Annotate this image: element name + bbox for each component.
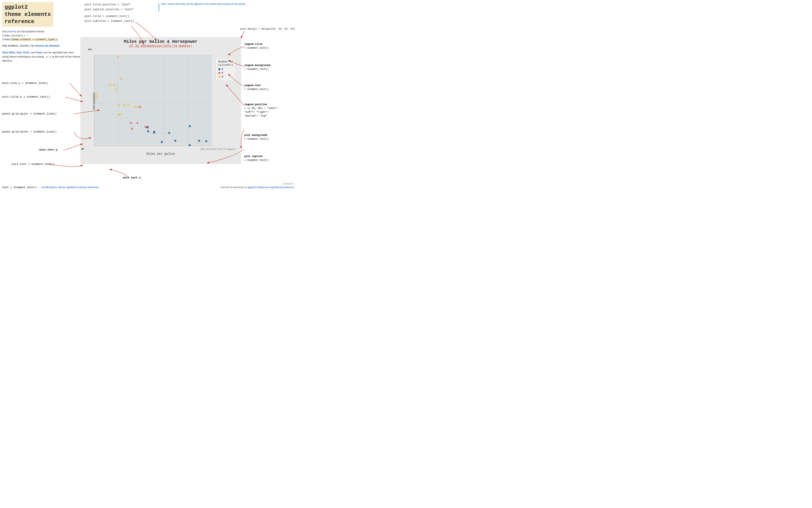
- legend-dot-4: [218, 68, 221, 70]
- panel-grid-major-annotation: panel.grid.major = element_line(): [2, 112, 56, 115]
- chart-caption: Data: 1974 Motor Trend US magazine: [200, 148, 236, 150]
- scatter-dot: [115, 88, 117, 91]
- scatter-dot: [198, 140, 200, 142]
- scatter-dot: [127, 104, 130, 106]
- scatter-dot: [136, 106, 139, 108]
- scatter-dot: [117, 104, 120, 106]
- top-code-block: plot.title.position = "plot" plot.captio…: [85, 2, 134, 24]
- y-axis-label: Horsepower: [92, 92, 96, 110]
- chart-container: Miles per Gallon & Horsepower of 32 Auto…: [80, 37, 241, 164]
- left-column: ggplot2 theme elements reference Set min…: [2, 2, 80, 66]
- legend-item-4: 4: [218, 68, 233, 71]
- scatter-dot: [147, 130, 149, 132]
- scatter-dot: [113, 84, 115, 86]
- axis-line-y-annotation: axis.line.y = element_line(): [2, 82, 48, 85]
- scatter-dot: [205, 140, 207, 142]
- legend-position-annotation: legend.position = c(.85,.85) / "none"/ "…: [244, 103, 278, 118]
- axis-note: Axis titles, text, ticks, and lines can …: [2, 50, 80, 63]
- scatter-dot: [123, 104, 126, 106]
- scatter-dot: [147, 126, 149, 128]
- legend-item-8: 8: [218, 75, 233, 78]
- legend-text-annotation: legend.text = element_text(): [244, 84, 269, 91]
- plot-background-annotation: plot.background = element_rect(): [244, 133, 269, 141]
- scatter-dot: [131, 128, 133, 130]
- legend-dot-8: [218, 76, 221, 78]
- scatter-dot: [117, 114, 120, 116]
- legend-box: Number ofcylinders 4 6 8: [216, 58, 236, 81]
- page: ggplot2 theme elements reference Set min…: [0, 0, 296, 190]
- axis-text-x-annotation: axis.text.x: [123, 176, 141, 179]
- top-code: plot.title.position = "plot" plot.captio…: [85, 2, 134, 24]
- x-tick-35: 35: [81, 148, 84, 150]
- grid-major-v6: [211, 55, 211, 146]
- chart-inner: Miles per Gallon & Horsepower of 32 Auto…: [83, 39, 239, 162]
- footer-right: Full list of elements at ggplot2.tidyver…: [221, 186, 294, 189]
- legend-title: Number ofcylinders: [218, 60, 233, 67]
- chart-subtitle: of 32 Automobiles(1973-74 models): [83, 44, 239, 48]
- ggplot2-link[interactable]: ggplot2.tidyverse.org/reference/theme: [248, 186, 294, 189]
- scatter-dot: [189, 125, 191, 127]
- remove-link: remove an element: [35, 44, 59, 47]
- legend-label-8: 8: [222, 75, 223, 78]
- chart-title: Miles per Gallon & Horsepower: [83, 39, 239, 44]
- grid-major-v4: [164, 55, 165, 146]
- legend-title-annotation: legend.title = element_text(): [244, 42, 269, 50]
- scatter-dot: [168, 132, 170, 134]
- x-axis-label: Miles per gallon: [147, 152, 175, 156]
- remove-element-text: Use element_blank() to remove an element: [2, 44, 80, 47]
- title-box: ggplot2 theme elements reference: [2, 2, 53, 27]
- footer-left: text = element_text() ← modifications wi…: [2, 186, 99, 189]
- axis-titles-label: Axis titles: [2, 51, 15, 54]
- legend-dot-6: [218, 72, 221, 74]
- scatter-dot: [134, 106, 136, 108]
- brace-annotation: "plot" means that they will be aligned t…: [159, 3, 246, 11]
- panel-grid-minor-annotation: panel.grid.minor = element_line(): [2, 130, 56, 133]
- grid-major-v3: [141, 55, 141, 146]
- scatter-dot: [139, 106, 141, 108]
- grid-major-v2: [118, 55, 118, 146]
- main-title: ggplot2 theme elements reference: [5, 4, 51, 25]
- plot-margin-annotation: plot.margin = margin(25, 25, 25, 25): [240, 28, 295, 31]
- scatter-dot: [109, 84, 111, 86]
- scatter-dot: [174, 140, 177, 142]
- plot-caption-annotation: plot.caption = element_text(): [244, 155, 269, 162]
- scatter-dot: [117, 56, 119, 58]
- grid-minor-v4: [176, 55, 177, 146]
- ticks-label: ticks: [23, 51, 30, 54]
- y-tick-100: 100: [88, 48, 92, 51]
- axis-text-y-annotation: axis.text.y: [39, 148, 57, 151]
- legend-label-6: 6: [222, 72, 223, 75]
- legend-item-6: 6: [218, 72, 233, 75]
- scatter-dot: [121, 78, 123, 80]
- text-label: text: [17, 51, 21, 54]
- axis-title-y-annotation: axis.title.y = element_text(): [2, 95, 50, 98]
- axis-text-annotation: axis.text = element_text(): [12, 163, 55, 166]
- scatter-dot: [136, 122, 139, 124]
- legend-label-4: 4: [222, 68, 223, 71]
- scatter-dot: [153, 131, 155, 133]
- scatter-dot: [130, 122, 132, 124]
- scatter-dot: [189, 144, 191, 146]
- chart-plot-area: [94, 55, 211, 146]
- scatter-dot: [161, 141, 163, 143]
- author-label: isabella-b: [283, 182, 294, 185]
- baseline-code: theme_minimal() + theme(theme.element = …: [2, 34, 80, 41]
- minimal-link[interactable]: minimal: [7, 30, 16, 33]
- legend-background-annotation: legend.background = element_rect(): [244, 64, 270, 71]
- baseline-label: Set minimal as the baseline theme:: [2, 30, 80, 33]
- lines-label: lines: [36, 51, 43, 54]
